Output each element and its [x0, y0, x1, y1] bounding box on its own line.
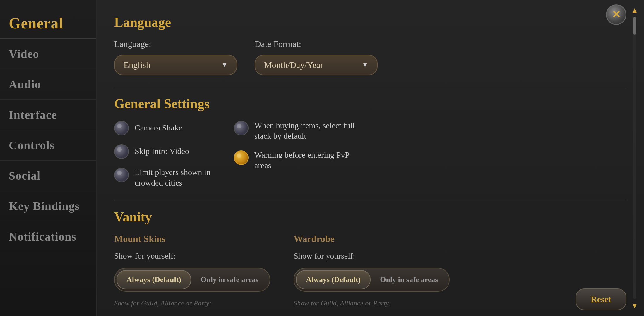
mount-skins-col: Mount Skins Show for yourself: Always (D…: [114, 233, 270, 307]
wardrobe-guild-label: Show for Guild, Alliance or Party:: [294, 299, 450, 307]
setting-buy-full-stack[interactable]: When buying items, select fullstack by d…: [234, 120, 355, 142]
vanity-title: Vanity: [114, 209, 626, 225]
close-button[interactable]: [606, 4, 626, 25]
setting-skip-intro[interactable]: Skip Intro Video: [114, 144, 210, 159]
skip-intro-label: Skip Intro Video: [135, 146, 189, 157]
language-dropdown[interactable]: English ▼: [114, 55, 237, 75]
wardrobe-toggle-group: Always (Default) Only in safe areas: [294, 268, 450, 292]
separator-2: [114, 200, 626, 200]
separator-1: [114, 87, 626, 87]
date-format-dropdown-arrow: ▼: [362, 61, 368, 69]
sidebar-item-audio[interactable]: Audio: [0, 69, 96, 100]
scroll-thumb: [633, 17, 636, 35]
language-label: Language:: [114, 39, 237, 49]
date-format-value: Month/Day/Year: [264, 60, 323, 70]
wardrobe-subtitle: Wardrobe: [294, 233, 450, 244]
sidebar: General Video Audio Interface Controls S…: [0, 0, 97, 316]
date-format-label: Date Format:: [255, 39, 378, 49]
radio-pvp-warning[interactable]: [234, 150, 249, 165]
language-group: Language: English ▼: [114, 39, 237, 75]
wardrobe-toggle-safe-areas[interactable]: Only in safe areas: [371, 271, 447, 289]
vanity-section: Vanity Mount Skins Show for yourself: Al…: [114, 209, 626, 307]
buy-full-stack-label: When buying items, select fullstack by d…: [254, 120, 355, 142]
sidebar-item-key-bindings[interactable]: Key Bindings: [0, 191, 96, 221]
camera-shake-label: Camera Shake: [135, 123, 182, 133]
mount-toggle-group: Always (Default) Only in safe areas: [114, 268, 270, 292]
setting-limit-players[interactable]: Limit players shown incrowded cities: [114, 167, 210, 188]
mount-toggle-safe-areas[interactable]: Only in safe areas: [191, 271, 268, 289]
radio-skip-intro[interactable]: [114, 144, 129, 159]
wardrobe-show-for-yourself-label: Show for yourself:: [294, 251, 450, 261]
mount-skins-subtitle: Mount Skins: [114, 233, 270, 244]
general-settings-title: General Settings: [114, 96, 626, 111]
pvp-warning-label: Warning before entering PvPareas: [254, 150, 350, 171]
wardrobe-col: Wardrobe Show for yourself: Always (Defa…: [294, 233, 450, 307]
general-settings-section: General Settings Camera Shake Skip Intro…: [114, 96, 626, 188]
mount-toggle-always[interactable]: Always (Default): [117, 270, 191, 289]
sidebar-item-interface[interactable]: Interface: [0, 100, 96, 130]
scroll-up-arrow[interactable]: ▲: [631, 6, 638, 15]
sidebar-item-notifications[interactable]: Notifications: [0, 221, 96, 252]
scroll-down-arrow[interactable]: ▼: [631, 301, 638, 310]
sidebar-item-social[interactable]: Social: [0, 161, 96, 191]
language-value: English: [124, 60, 150, 70]
main-content: Language Language: English ▼ Date Format…: [97, 0, 644, 316]
language-section: Language Language: English ▼ Date Format…: [114, 15, 626, 75]
language-dropdown-arrow: ▼: [221, 61, 228, 69]
date-format-dropdown[interactable]: Month/Day/Year ▼: [255, 55, 378, 75]
radio-camera-shake[interactable]: [114, 121, 129, 135]
mount-show-for-yourself-label: Show for yourself:: [114, 251, 270, 261]
sidebar-item-controls[interactable]: Controls: [0, 130, 96, 161]
limit-players-label: Limit players shown incrowded cities: [135, 167, 210, 188]
date-format-group: Date Format: Month/Day/Year ▼: [255, 39, 378, 75]
sidebar-item-general[interactable]: General: [0, 6, 96, 39]
radio-buy-full-stack[interactable]: [234, 121, 249, 135]
setting-camera-shake[interactable]: Camera Shake: [114, 120, 210, 135]
mount-guild-label: Show for Guild, Alliance or Party:: [114, 299, 270, 307]
scrollbar: ▲ ▼: [631, 6, 638, 310]
sidebar-item-video[interactable]: Video: [0, 39, 96, 69]
language-title: Language: [114, 15, 626, 30]
settings-left-col: Camera Shake Skip Intro Video Limit play…: [114, 120, 210, 188]
settings-right-col: When buying items, select fullstack by d…: [234, 120, 355, 188]
radio-limit-players[interactable]: [114, 168, 129, 182]
setting-pvp-warning[interactable]: Warning before entering PvPareas: [234, 150, 355, 171]
reset-button[interactable]: Reset: [576, 288, 626, 310]
wardrobe-toggle-always[interactable]: Always (Default): [296, 270, 371, 289]
scroll-track[interactable]: [633, 17, 636, 299]
